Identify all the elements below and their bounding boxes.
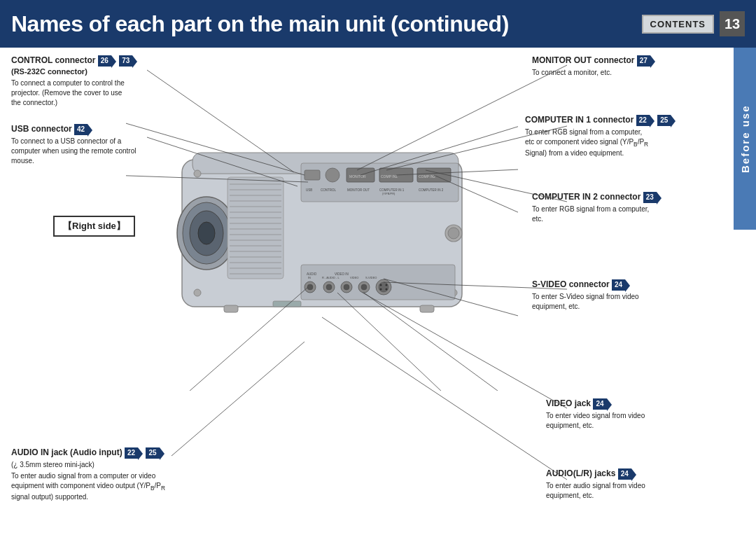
- svg-point-5: [198, 222, 215, 244]
- header-right: CONTENTS 13: [642, 11, 746, 36]
- annotation-video-jack: VIDEO jack 24 To enter video signal from…: [546, 398, 707, 431]
- svg-text:MONITOR: MONITOR: [349, 174, 366, 179]
- svg-point-51: [307, 284, 313, 290]
- monitor-out-title: MONITOR OUT connector 27: [532, 55, 707, 67]
- video-jack-desc: To enter video signal from videoequipmen…: [546, 411, 707, 431]
- annotation-comp-in1: COMPUTER IN 1 connector 22 25 To enter R…: [525, 114, 707, 158]
- svg-text:COMPUTER IN 2: COMPUTER IN 2: [419, 188, 444, 192]
- badge-25b: 25: [657, 115, 671, 126]
- svg-rect-29: [304, 170, 320, 180]
- svg-point-24: [194, 170, 201, 177]
- annotation-comp-in2: COMPUTER IN 2 connector 23 To enter RGB …: [532, 191, 707, 224]
- svg-rect-67: [420, 305, 434, 312]
- svg-point-63: [386, 289, 388, 291]
- comp-in2-title: COMPUTER IN 2 connector 23: [532, 191, 707, 203]
- svg-text:CONTROL: CONTROL: [321, 188, 336, 192]
- svg-text:VIDEO: VIDEO: [350, 276, 358, 279]
- comp-in2-desc: To enter RGB signal from a computer,etc.: [532, 204, 707, 224]
- control-subtitle: (RS-232C connector): [11, 67, 158, 77]
- svg-point-57: [361, 284, 367, 290]
- badge-73: 73: [119, 55, 132, 67]
- video-jack-title: VIDEO jack 24: [546, 398, 707, 410]
- svg-point-25: [194, 289, 201, 296]
- svideo-title: S-VIDEO connector 24: [532, 279, 707, 291]
- badge-22b: 22: [636, 115, 650, 126]
- header: Names of each part on the main unit (con…: [0, 0, 756, 48]
- contents-button[interactable]: CONTENTS: [642, 15, 715, 34]
- content-body: CONTROL connector 26 73 (RS-232C connect…: [0, 48, 734, 535]
- annotation-monitor-out: MONITOR OUT connector 27 To connect a mo…: [532, 55, 707, 78]
- annotation-svideo: S-VIDEO connector 24 To enter S-Video si…: [532, 279, 707, 312]
- svg-text:S-VIDEO: S-VIDEO: [365, 276, 377, 279]
- svg-rect-6: [227, 177, 284, 279]
- badge-24c: 24: [618, 468, 631, 480]
- svg-text:USB: USB: [306, 188, 312, 192]
- badge-24a: 24: [612, 279, 625, 291]
- svg-text:(Y/PB/PR): (Y/PB/PR): [382, 192, 396, 195]
- monitor-out-desc: To connect a monitor, etc.: [532, 68, 707, 78]
- projector-svg: MONITOR COMP IN1 COMP IN2 USB CONTROL MO…: [126, 90, 518, 391]
- svg-point-53: [326, 284, 332, 290]
- page-title: Names of each part on the main unit (con…: [11, 11, 509, 37]
- svideo-desc: To enter S-Video signal from videoequipm…: [532, 292, 707, 312]
- annotation-audio-lr: AUDIO(L/R) jacks 24 To enter audio signa…: [546, 468, 707, 501]
- comp-in1-desc: To enter RGB signal from a computer,etc …: [525, 127, 707, 159]
- svg-line-75: [364, 293, 518, 391]
- svg-point-65: [448, 228, 459, 239]
- svg-text:IN: IN: [308, 276, 311, 279]
- audio-lr-desc: To enter audio signal from videoequipmen…: [546, 481, 707, 501]
- badge-23: 23: [643, 192, 657, 203]
- badge-25a: 25: [146, 447, 159, 459]
- projector-illustration: MONITOR COMP IN1 COMP IN2 USB CONTROL MO…: [126, 90, 518, 391]
- svg-point-55: [344, 284, 349, 290]
- svg-text:COMP IN2: COMP IN2: [419, 174, 435, 179]
- svg-point-30: [326, 168, 340, 182]
- page-number: 13: [720, 11, 745, 36]
- svg-text:R - AUDIO - L: R - AUDIO - L: [322, 276, 340, 279]
- svg-text:MONITOR OUT: MONITOR OUT: [347, 188, 370, 192]
- annotation-audio-in: AUDIO IN jack (Audio input) 22 25 (¿ 3.5…: [11, 447, 172, 502]
- audio-in-sub: (¿ 3.5mm stereo mini-jack): [11, 460, 172, 470]
- right-side-box: 【Right side】: [53, 216, 135, 237]
- svg-point-62: [380, 289, 382, 291]
- control-title: CONTROL connector 26 73: [11, 55, 158, 67]
- badge-42: 42: [74, 124, 88, 135]
- audio-in-title: AUDIO IN jack (Audio input) 22 25: [11, 447, 172, 459]
- sidebar-before-use: Before use: [734, 48, 756, 230]
- svg-rect-66: [224, 305, 238, 312]
- right-side-label: 【Right side】: [53, 216, 135, 242]
- audio-in-desc: To enter audio signal from a computer or…: [11, 471, 172, 503]
- svg-text:COMP IN1: COMP IN1: [381, 174, 398, 179]
- badge-26: 26: [98, 55, 111, 67]
- badge-24b: 24: [593, 398, 606, 410]
- badge-27: 27: [637, 55, 650, 67]
- comp-in1-title: COMPUTER IN 1 connector 22 25: [525, 114, 707, 126]
- badge-22a: 22: [125, 447, 138, 459]
- audio-lr-title: AUDIO(L/R) jacks 24: [546, 468, 707, 480]
- svg-point-59: [379, 282, 388, 292]
- svg-point-60: [380, 284, 382, 286]
- svg-point-61: [386, 284, 388, 286]
- page: Names of each part on the main unit (con…: [0, 0, 756, 535]
